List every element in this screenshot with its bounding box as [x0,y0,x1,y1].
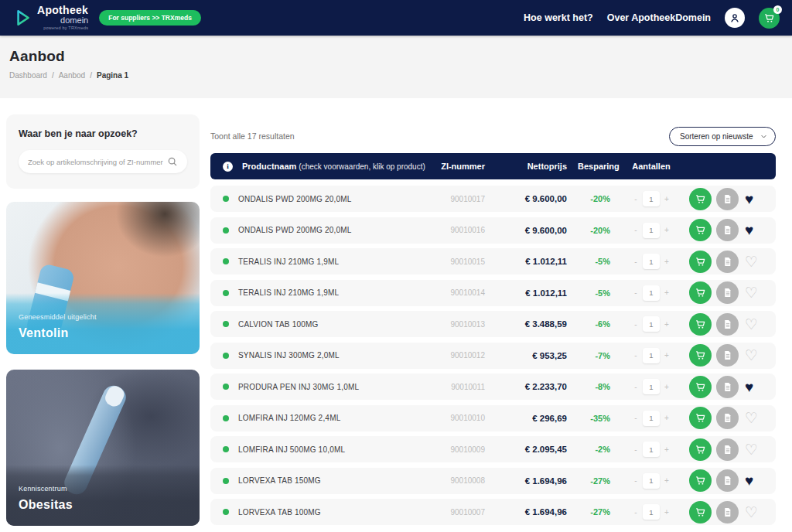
quantity-value[interactable]: 1 [643,348,660,363]
zi-number: 90010007 [427,508,485,517]
quantity-increase-button[interactable]: + [664,508,670,517]
promo-card-obesitas[interactable]: Kenniscentrum Obesitas [6,370,200,526]
add-to-cart-button[interactable] [689,251,712,273]
document-button[interactable] [716,376,739,398]
product-row[interactable]: SYNALIS INJ 300MG 2,0ML 90010012 € 953,2… [210,343,776,369]
product-row[interactable]: LORVEXA TAB 100MG 90010007 € 1.694,96 -2… [210,499,776,525]
account-button[interactable] [725,8,745,28]
quantity-increase-button[interactable]: + [664,351,670,360]
document-button[interactable] [716,219,739,241]
sort-dropdown[interactable]: Sorteren op nieuwste [669,127,776,146]
quantity-increase-button[interactable]: + [664,445,670,454]
add-to-cart-button[interactable] [689,313,712,336]
add-to-cart-button[interactable] [689,501,712,523]
quantity-stepper: - 1 + [627,285,675,301]
quantity-value[interactable]: 1 [643,285,660,301]
favorite-icon[interactable]: ♡ [745,411,758,425]
product-row[interactable]: TERALIS INJ 210MG 1,9ML 90010014 € 1.012… [210,280,776,306]
brand-logo[interactable]: Apotheek domein powered by TRXmeds [12,5,88,31]
quantity-increase-button[interactable]: + [664,226,670,234]
add-to-cart-button[interactable] [689,219,712,241]
document-button[interactable] [716,313,739,336]
quantity-decrease-button[interactable]: - [633,320,639,329]
document-button[interactable] [716,438,739,461]
favorite-icon[interactable]: ♥ [745,380,753,394]
favorite-icon[interactable]: ♥ [745,223,753,237]
quantity-decrease-button[interactable]: - [633,414,639,422]
net-price: € 2.095,45 [499,445,567,454]
quantity-value[interactable]: 1 [643,442,660,457]
quantity-value[interactable]: 1 [643,411,660,426]
page-title: Aanbod [9,48,792,65]
quantity-value[interactable]: 1 [643,473,660,489]
document-button[interactable] [716,281,739,304]
product-name: LOMFIRA INJ 120MG 2,4ML [238,414,427,422]
add-to-cart-button[interactable] [689,344,712,367]
favorite-icon[interactable]: ♥ [745,473,753,488]
product-row[interactable]: ONDALIS PWD 200MG 20,0ML 90010017 € 9.60… [210,186,776,212]
info-icon[interactable]: i [223,162,233,172]
nav-how-it-works[interactable]: Hoe werkt het? [524,12,593,23]
quantity-increase-button[interactable]: + [664,414,670,422]
add-to-cart-button[interactable] [689,281,712,304]
quantity-decrease-button[interactable]: - [633,383,639,391]
favorite-icon[interactable]: ♥ [745,192,753,206]
quantity-value[interactable]: 1 [643,223,660,238]
quantity-decrease-button[interactable]: - [633,445,639,454]
quantity-value[interactable]: 1 [643,379,660,394]
breadcrumb: Dashboard / Aanbod / Pagina 1 [9,71,792,80]
net-price: € 953,25 [499,351,567,360]
quantity-value[interactable]: 1 [643,191,660,206]
product-row[interactable]: TERALIS INJ 210MG 1,9ML 90010015 € 1.012… [210,248,776,275]
search-input[interactable] [28,158,167,166]
favorite-icon[interactable]: ♡ [745,285,758,300]
supplier-link-button[interactable]: For suppliers >> TRXmeds [99,10,201,26]
quantity-decrease-button[interactable]: - [633,288,639,297]
quantity-value[interactable]: 1 [643,254,660,269]
cart-button[interactable]: 0 [759,8,780,29]
favorite-icon[interactable]: ♡ [745,348,758,363]
document-button[interactable] [716,501,739,523]
add-to-cart-button[interactable] [689,188,712,210]
quantity-value[interactable]: 1 [643,316,660,332]
quantity-decrease-button[interactable]: - [633,226,639,234]
product-row[interactable]: CALVION TAB 100MG 90010013 € 3.488,59 -6… [210,311,776,337]
quantity-increase-button[interactable]: + [664,288,670,297]
add-to-cart-button[interactable] [689,407,712,429]
add-to-cart-button[interactable] [689,438,712,461]
document-button[interactable] [716,251,739,273]
product-row[interactable]: ONDALIS PWD 200MG 20,0ML 90010016 € 9.60… [210,217,776,244]
nav-about[interactable]: Over ApotheekDomein [607,12,711,23]
quantity-increase-button[interactable]: + [664,257,670,266]
product-row[interactable]: LOMFIRA INJ 120MG 2,4ML 90010010 € 296,6… [210,405,776,431]
quantity-decrease-button[interactable]: - [633,257,639,266]
quantity-decrease-button[interactable]: - [633,476,639,485]
product-row[interactable]: LORVEXA TAB 150MG 90010008 € 1.694,96 -2… [210,468,776,494]
product-row[interactable]: PRODURA PEN INJ 30MG 1,0ML 90010011 € 2.… [210,373,776,400]
add-to-cart-button[interactable] [689,469,712,492]
favorite-icon[interactable]: ♡ [745,254,758,269]
quantity-decrease-button[interactable]: - [633,195,639,203]
quantity-decrease-button[interactable]: - [633,351,639,360]
breadcrumb-aanbod[interactable]: Aanbod [59,71,85,80]
product-name: LORVEXA TAB 100MG [238,508,427,517]
favorite-icon[interactable]: ♡ [745,505,758,520]
breadcrumb-dashboard[interactable]: Dashboard [9,71,47,80]
quantity-decrease-button[interactable]: - [633,508,639,517]
favorite-icon[interactable]: ♡ [745,442,758,457]
document-button[interactable] [716,188,739,210]
add-to-cart-button[interactable] [689,376,712,398]
document-button[interactable] [716,469,739,492]
quantity-increase-button[interactable]: + [664,195,670,203]
product-row[interactable]: LOMFIRA INJ 500MG 10,0ML 90010009 € 2.09… [210,436,776,462]
quantity-increase-button[interactable]: + [664,320,670,329]
quantity-value[interactable]: 1 [643,504,660,520]
quantity-increase-button[interactable]: + [664,476,670,485]
favorite-icon[interactable]: ♡ [745,317,758,332]
net-price: € 9.600,00 [499,194,567,203]
search-icon[interactable] [167,156,178,167]
document-button[interactable] [716,344,739,367]
quantity-increase-button[interactable]: + [664,383,670,391]
document-button[interactable] [716,407,739,429]
promo-card-ventolin[interactable]: Geneesmiddel uitgelicht Ventolin [6,202,200,354]
